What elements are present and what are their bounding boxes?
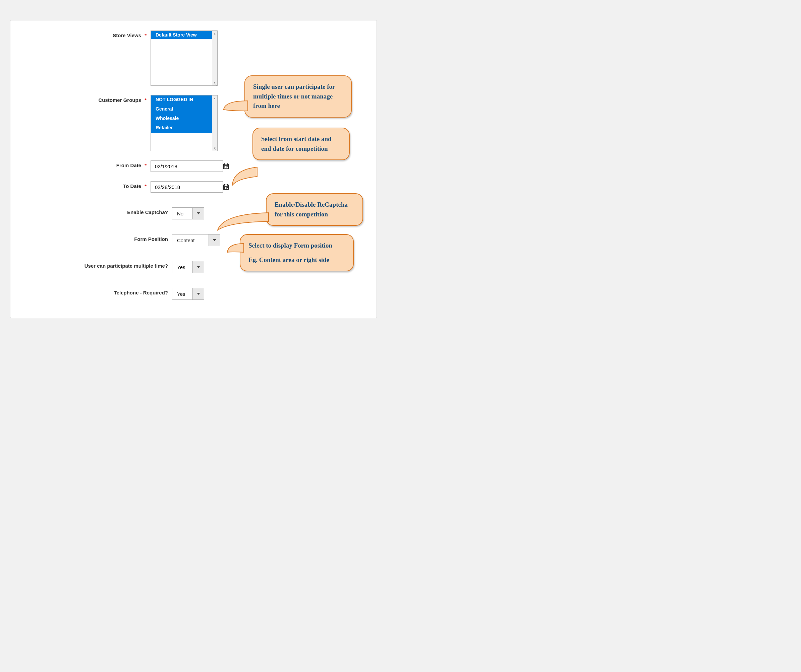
- list-item[interactable]: Retailer: [151, 123, 212, 133]
- list-item[interactable]: NOT LOGGED IN: [151, 95, 212, 105]
- list-item[interactable]: General: [151, 105, 212, 114]
- chevron-down-icon: [209, 234, 220, 246]
- svg-rect-11: [224, 184, 225, 186]
- required-mark: *: [145, 183, 146, 189]
- from-date-input[interactable]: [151, 161, 223, 172]
- svg-rect-12: [227, 184, 228, 186]
- label-text: User can participate multiple time?: [85, 263, 168, 269]
- callout-form-position: Select to display Form position Eg. Cont…: [240, 234, 354, 271]
- label-form-position: Form Position: [10, 234, 172, 242]
- label-text: To Date: [123, 183, 141, 189]
- callout-text: Single user can participate for multiple…: [253, 83, 335, 109]
- required-mark: *: [145, 32, 146, 38]
- label-from-date: From Date *: [10, 160, 151, 168]
- required-mark: *: [145, 162, 146, 168]
- svg-rect-14: [226, 187, 227, 188]
- required-mark: *: [145, 97, 146, 103]
- label-to-date: To Date *: [10, 181, 151, 189]
- scroll-down-icon: ▾: [212, 80, 217, 85]
- list-item[interactable]: Wholesale: [151, 114, 212, 123]
- chevron-down-icon: [193, 288, 204, 300]
- calendar-icon[interactable]: [223, 181, 229, 192]
- select-value: Yes: [172, 288, 193, 300]
- svg-rect-7: [224, 167, 225, 168]
- callout-multi-user: Single user can participate for multiple…: [244, 75, 352, 117]
- to-date-field: [151, 181, 223, 192]
- label-text: Customer Groups: [98, 97, 141, 103]
- select-value: No: [172, 208, 193, 219]
- calendar-icon[interactable]: [223, 161, 229, 172]
- callout-text: Select to display Form position: [248, 241, 345, 250]
- label-store-views: Store Views *: [10, 30, 151, 38]
- label-text: From Date: [116, 162, 141, 168]
- select-value: Content: [172, 234, 209, 246]
- row-telephone-required: Telephone - Required? Yes: [10, 288, 376, 300]
- label-text: Enable Captcha?: [127, 209, 168, 215]
- select-value: Yes: [172, 261, 193, 273]
- scroll-down-icon: ▾: [212, 145, 217, 151]
- callout-text: Eg. Content area or right side: [248, 255, 345, 265]
- scroll-up-icon: ▴: [212, 95, 217, 101]
- telephone-required-select[interactable]: Yes: [172, 288, 204, 300]
- callout-text: Enable/Disable ReCaptcha for this compet…: [275, 201, 348, 218]
- scrollbar[interactable]: ▴ ▾: [212, 31, 217, 85]
- list-item[interactable]: Default Store View: [151, 31, 212, 39]
- store-views-select[interactable]: Default Store View ▴ ▾: [151, 30, 217, 86]
- svg-rect-4: [224, 167, 225, 167]
- multi-participate-select[interactable]: Yes: [172, 261, 204, 273]
- form-position-select[interactable]: Content: [172, 234, 220, 246]
- row-to-date: To Date *: [10, 181, 376, 192]
- svg-rect-8: [226, 167, 227, 168]
- svg-rect-5: [226, 167, 227, 167]
- svg-rect-3: [227, 164, 228, 165]
- label-enable-captcha: Enable Captcha?: [10, 207, 172, 215]
- svg-rect-17: [226, 188, 227, 189]
- label-customer-groups: Customer Groups *: [10, 95, 151, 103]
- enable-captcha-select[interactable]: No: [172, 207, 204, 220]
- from-date-field: [151, 160, 223, 172]
- scroll-up-icon: ▴: [212, 31, 217, 36]
- svg-rect-15: [227, 187, 228, 188]
- label-multi-participate: User can participate multiple time?: [10, 261, 172, 269]
- label-telephone-required: Telephone - Required?: [10, 288, 172, 295]
- svg-rect-2: [224, 164, 225, 165]
- chevron-down-icon: [193, 261, 204, 273]
- callout-date-select: Select from start date and end date for …: [253, 128, 350, 160]
- label-text: Store Views: [113, 32, 141, 38]
- row-from-date: From Date *: [10, 160, 376, 172]
- svg-rect-6: [227, 167, 228, 167]
- form-panel: Store Views * Default Store View ▴ ▾ Cus…: [10, 20, 377, 318]
- to-date-input[interactable]: [151, 181, 223, 192]
- label-text: Form Position: [134, 236, 168, 242]
- chevron-down-icon: [193, 208, 204, 219]
- customer-groups-select[interactable]: NOT LOGGED IN General Wholesale Retailer…: [151, 95, 217, 151]
- svg-rect-16: [224, 188, 225, 189]
- svg-rect-13: [224, 187, 225, 188]
- label-text: Telephone - Required?: [114, 290, 168, 295]
- callout-text: Select from start date and end date for …: [261, 135, 331, 152]
- scrollbar[interactable]: ▴ ▾: [212, 95, 217, 151]
- callout-recaptcha: Enable/Disable ReCaptcha for this compet…: [266, 193, 363, 226]
